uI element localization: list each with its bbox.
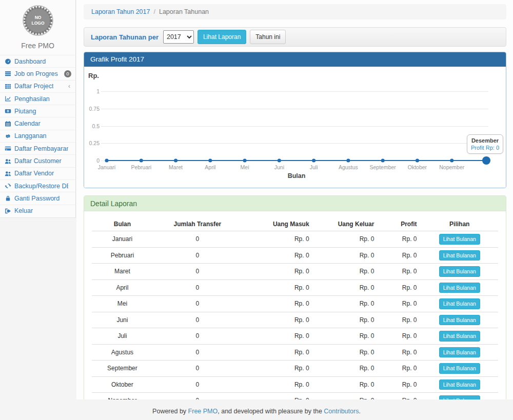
sidebar-item-label: Dashboard bbox=[14, 58, 46, 65]
sidebar-item-label: Piutang bbox=[14, 108, 36, 115]
cell-bulan: Maret bbox=[92, 264, 153, 280]
cell-jumlah_transfer: 0 bbox=[153, 296, 242, 312]
data-point[interactable] bbox=[346, 159, 350, 163]
cell-pilihan: Lihat Bulanan bbox=[421, 344, 499, 361]
chart-tooltip: Desember Profit Rp: 0 bbox=[467, 134, 503, 154]
sidebar-item-calendar[interactable]: Calendar bbox=[0, 117, 75, 129]
app-logo: NO LOGO Free PMO bbox=[0, 0, 75, 55]
cell-uang_keluar: Rp. 0 bbox=[313, 296, 379, 312]
tasks-icon bbox=[5, 70, 11, 77]
data-point[interactable] bbox=[416, 159, 419, 163]
sidebar-item-piutang[interactable]: Piutang bbox=[0, 105, 75, 117]
cell-uang_masuk: Rp. 0 bbox=[242, 344, 313, 361]
cell-jumlah_transfer: 0 bbox=[153, 361, 242, 377]
sidebar-item-label: Daftar Pembayaran bbox=[14, 145, 68, 152]
footer-text: Powered by bbox=[152, 408, 188, 415]
cell-pilihan: Lihat Bulanan bbox=[421, 264, 499, 280]
view-monthly-button-juli[interactable]: Lihat Bulanan bbox=[439, 331, 480, 342]
sidebar-item-backup-restore-db[interactable]: Backup/Restore DB bbox=[0, 179, 75, 192]
cell-profit: Rp. 0 bbox=[378, 328, 421, 345]
sidebar-item-label: Calendar bbox=[14, 120, 41, 127]
line-chart-icon bbox=[5, 95, 11, 102]
detail-panel-body: BulanJumlah TransferUang MasukUang Kelua… bbox=[84, 211, 506, 399]
data-point[interactable] bbox=[105, 159, 109, 163]
view-monthly-button-september[interactable]: Lihat Bulanan bbox=[439, 363, 480, 374]
retweet-icon bbox=[5, 133, 11, 139]
view-monthly-button-oktober[interactable]: Lihat Bulanan bbox=[439, 379, 480, 390]
sidebar-item-job-on-progress[interactable]: Job on Progress0 bbox=[0, 67, 75, 79]
table-row: Oktober0Rp. 0Rp. 0Rp. 0Lihat Bulanan bbox=[92, 376, 498, 393]
data-point[interactable] bbox=[174, 159, 177, 163]
cell-bulan: Mei bbox=[92, 296, 153, 312]
table-row: Juli0Rp. 0Rp. 0Rp. 0Lihat Bulanan bbox=[92, 328, 498, 345]
data-point[interactable] bbox=[140, 159, 143, 163]
footer-text-middle: , and developed with pleasure by the bbox=[218, 408, 324, 415]
breadcrumb-separator: / bbox=[153, 8, 155, 15]
sidebar-item-langganan[interactable]: Langganan bbox=[0, 130, 75, 142]
cell-uang_masuk: Rp. 0 bbox=[242, 376, 313, 393]
cell-pilihan: Lihat Bulanan bbox=[421, 361, 499, 377]
cell-uang_masuk: Rp. 0 bbox=[242, 328, 313, 345]
page-footer: Powered by Free PMO, and developed with … bbox=[0, 399, 513, 420]
table-row: Maret0Rp. 0Rp. 0Rp. 0Lihat Bulanan bbox=[92, 264, 498, 280]
cell-uang_keluar: Rp. 0 bbox=[313, 361, 379, 377]
sidebar-item-daftar-pembayaran[interactable]: Daftar Pembayaran bbox=[0, 142, 75, 154]
cell-bulan: Pebruari bbox=[92, 247, 153, 264]
sidebar-item-ganti-password[interactable]: Ganti Password bbox=[0, 192, 75, 204]
data-point[interactable] bbox=[450, 159, 453, 163]
view-report-button[interactable]: Lihat Laporan bbox=[198, 30, 246, 44]
data-point-desember-active[interactable] bbox=[482, 156, 490, 165]
sidebar-item-dashboard[interactable]: Dashboard bbox=[0, 55, 75, 67]
cell-profit: Rp. 0 bbox=[378, 312, 421, 328]
footer-link-freepmo[interactable]: Free PMO bbox=[188, 408, 218, 415]
sidebar-item-daftar-vendor[interactable]: Daftar Vendor bbox=[0, 167, 75, 179]
view-monthly-button-juni[interactable]: Lihat Bulanan bbox=[439, 315, 480, 326]
view-monthly-button-mei[interactable]: Lihat Bulanan bbox=[439, 298, 480, 309]
view-monthly-button-april[interactable]: Lihat Bulanan bbox=[439, 283, 480, 293]
cell-uang_keluar: Rp. 0 bbox=[313, 312, 379, 328]
detail-panel-title: Detail Laporan bbox=[84, 196, 506, 211]
tooltip-value: Profit Rp: 0 bbox=[471, 145, 499, 151]
cell-uang_masuk: Rp. 0 bbox=[242, 279, 313, 296]
data-point[interactable] bbox=[312, 159, 315, 163]
data-point[interactable] bbox=[278, 159, 281, 163]
view-monthly-button-maret[interactable]: Lihat Bulanan bbox=[439, 266, 480, 277]
data-point[interactable] bbox=[381, 159, 385, 163]
sidebar-item-penghasilan[interactable]: Penghasilan bbox=[0, 92, 75, 105]
users-icon bbox=[5, 158, 11, 165]
sidebar-item-daftar-project[interactable]: Daftar Project‹ bbox=[0, 80, 75, 92]
sidebar-item-label: Langganan bbox=[14, 132, 47, 139]
monthly-report-table: BulanJumlah TransferUang MasukUang Kelua… bbox=[92, 217, 498, 399]
annual-report-page: NO LOGO Free PMO DashboardJob on Progres… bbox=[0, 0, 513, 420]
table-header-row: BulanJumlah TransferUang MasukUang Kelua… bbox=[92, 217, 498, 231]
cell-jumlah_transfer: 0 bbox=[153, 328, 242, 345]
cell-jumlah_transfer: 0 bbox=[153, 231, 242, 248]
cell-uang_keluar: Rp. 0 bbox=[313, 231, 379, 248]
profit-chart[interactable]: Rp. Bulan 00.250.50.751JanuariPebruariMa… bbox=[84, 67, 506, 188]
this-year-button[interactable]: Tahun ini bbox=[250, 30, 286, 44]
breadcrumb-link-year-report[interactable]: Laporan Tahun 2017 bbox=[91, 8, 150, 15]
chevron-left-icon: ‹ bbox=[68, 83, 71, 90]
table-row: Pebruari0Rp. 0Rp. 0Rp. 0Lihat Bulanan bbox=[92, 247, 498, 264]
data-point[interactable] bbox=[208, 159, 212, 163]
data-point[interactable] bbox=[243, 159, 247, 163]
cell-profit: Rp. 0 bbox=[378, 376, 421, 393]
view-monthly-button-nopember[interactable]: Lihat Bulanan bbox=[439, 395, 480, 399]
cell-pilihan: Lihat Bulanan bbox=[421, 247, 499, 264]
brand-name: Free PMO bbox=[0, 42, 75, 50]
sidebar-item-label: Backup/Restore DB bbox=[14, 183, 68, 190]
sidebar-item-keluar[interactable]: Keluar bbox=[0, 205, 75, 217]
view-monthly-button-januari[interactable]: Lihat Bulanan bbox=[439, 234, 480, 245]
view-monthly-button-agustus[interactable]: Lihat Bulanan bbox=[439, 347, 480, 358]
cell-uang_keluar: Rp. 0 bbox=[313, 328, 379, 345]
cell-bulan: Oktober bbox=[92, 376, 153, 393]
cell-jumlah_transfer: 0 bbox=[153, 393, 242, 400]
column-header-uang-masuk: Uang Masuk bbox=[242, 217, 313, 231]
year-select[interactable]: 2017 bbox=[163, 30, 194, 44]
sidebar-item-daftar-customer[interactable]: Daftar Customer bbox=[0, 154, 75, 167]
chart-panel-title: Grafik Profit 2017 bbox=[84, 52, 506, 67]
view-monthly-button-pebruari[interactable]: Lihat Bulanan bbox=[439, 250, 480, 261]
footer-link-contributors[interactable]: Contributors bbox=[324, 408, 359, 415]
cell-uang_keluar: Rp. 0 bbox=[313, 344, 379, 361]
no-logo-icon: NO LOGO bbox=[22, 4, 54, 37]
